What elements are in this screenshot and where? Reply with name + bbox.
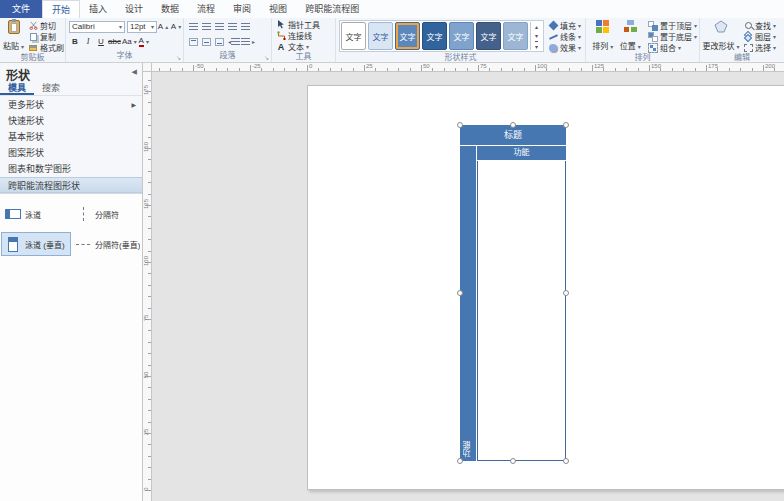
bold-button[interactable]: B xyxy=(69,36,81,48)
change-case-button[interactable]: Aa▾ xyxy=(122,36,137,48)
align-middle-button[interactable] xyxy=(200,36,212,48)
shape-style-swatch[interactable]: 文字 xyxy=(395,22,420,50)
tab-data[interactable]: 数据 xyxy=(152,0,188,18)
paragraph-dialog-launcher[interactable]: ↘ xyxy=(264,54,269,61)
tab-design[interactable]: 设计 xyxy=(116,0,152,18)
tab-view[interactable]: 视图 xyxy=(260,0,296,18)
shape-style-swatch[interactable]: 文字 xyxy=(449,22,474,50)
stencil-shape-separator[interactable]: 分隔符 xyxy=(71,202,141,226)
paste-button[interactable]: 粘贴▾ xyxy=(3,20,24,52)
shape-style-swatch[interactable]: 文字 xyxy=(422,22,447,50)
shape-style-swatch[interactable]: 文字 xyxy=(368,22,393,50)
dropdown-arrow-icon: ▾ xyxy=(694,33,697,40)
group-label-clipboard: 剪贴板 xyxy=(0,53,65,63)
layers-button[interactable]: 图层▾ xyxy=(742,31,776,42)
selection-handle[interactable] xyxy=(563,290,569,296)
align-top-button[interactable] xyxy=(187,36,199,48)
font-size-combo[interactable]: 12pt▾ xyxy=(127,21,157,33)
swimlane-shape[interactable]: 标题 功能 功能 xyxy=(460,125,566,461)
swimlane-side-band[interactable]: 功能 xyxy=(460,146,476,461)
tab-cross-functional-flowchart[interactable]: 跨职能流程图 xyxy=(296,0,368,18)
shrink-font-button[interactable]: A▾ xyxy=(170,21,182,33)
selection-handle[interactable] xyxy=(457,458,463,464)
stencil-shape-swimlane[interactable]: 泳道 xyxy=(1,202,71,226)
connector-tool-button[interactable]: 连接线 xyxy=(275,30,312,41)
pointer-tool-button[interactable]: 指针工具 xyxy=(275,19,320,30)
font-color-button[interactable]: A▾ xyxy=(138,36,150,48)
copy-button[interactable]: 复制 xyxy=(27,31,64,42)
italic-button[interactable]: I xyxy=(82,36,94,48)
gallery-scroll-down-icon[interactable]: ▾ xyxy=(531,31,542,40)
shape-style-swatch[interactable]: 文字 xyxy=(476,22,501,50)
collapse-panel-icon[interactable]: ◀ xyxy=(132,68,137,76)
category-more-shapes[interactable]: 更多形状▶ xyxy=(0,97,142,113)
change-shape-button[interactable]: 更改形状▾ xyxy=(703,20,739,52)
gallery-more-icon[interactable]: ▾ xyxy=(531,41,542,50)
cut-button[interactable]: 剪切 xyxy=(27,20,64,31)
bring-to-front-icon xyxy=(647,21,659,31)
tab-home[interactable]: 开始 xyxy=(42,0,80,18)
tab-search[interactable]: 搜索 xyxy=(34,81,68,95)
category-basic-shapes[interactable]: 基本形状 xyxy=(0,129,142,145)
dropdown-arrow-icon: ▾ xyxy=(638,44,641,50)
effects-button[interactable]: 效果▾ xyxy=(547,42,581,53)
group-label-paragraph: 段落 xyxy=(184,51,271,62)
tab-process[interactable]: 流程 xyxy=(188,0,224,18)
send-to-back-button[interactable]: 置于底层▾ xyxy=(647,31,697,42)
group-button[interactable]: 组合▾ xyxy=(647,42,697,53)
increase-indent-button[interactable]: ▸ xyxy=(241,36,255,48)
category-quick-shapes[interactable]: 快速形状 xyxy=(0,113,142,129)
line-button[interactable]: 线条▾ xyxy=(547,31,581,42)
stencil-shape-swimlane-vertical[interactable]: 泳道 (垂直) xyxy=(1,232,71,256)
pointer-tool-icon xyxy=(275,20,287,29)
category-cross-functional-flowchart-shapes[interactable]: 跨职能流程图形状 xyxy=(0,177,142,193)
group-label-arrange: 排列 xyxy=(586,53,699,63)
drawing-canvas[interactable]: 标题 功能 功能 xyxy=(152,72,784,501)
selection-handle[interactable] xyxy=(510,122,516,128)
tab-stencils[interactable]: 模具 xyxy=(0,81,34,95)
tab-review[interactable]: 审阅 xyxy=(224,0,260,18)
swimlane-side-label: 功能 xyxy=(462,441,473,457)
dropdown-arrow-icon: ▾ xyxy=(773,44,776,51)
align-right-button[interactable] xyxy=(226,21,238,33)
fill-button[interactable]: 填充▾ xyxy=(547,20,581,31)
align-center-button[interactable] xyxy=(213,21,225,33)
cut-icon xyxy=(27,21,39,30)
find-button[interactable]: 查找▾ xyxy=(742,20,776,31)
swimlane-lane-header[interactable]: 功能 xyxy=(477,146,566,160)
font-family-combo[interactable]: Calibri▾ xyxy=(69,21,125,33)
selection-handle[interactable] xyxy=(510,458,516,464)
tab-file[interactable]: 文件 xyxy=(0,0,42,18)
grow-font-button[interactable]: A▴ xyxy=(157,21,169,33)
text-tool-icon: A xyxy=(275,42,287,52)
swimlane-lane-body[interactable] xyxy=(477,161,566,461)
bullets-button[interactable] xyxy=(187,21,199,33)
justify-button[interactable] xyxy=(239,21,251,33)
align-button[interactable]: 排列▾ xyxy=(589,20,616,52)
selection-handle[interactable] xyxy=(457,122,463,128)
align-left-button[interactable] xyxy=(200,21,212,33)
format-painter-button[interactable]: 格式刷 xyxy=(27,42,64,53)
selection-handle[interactable] xyxy=(563,122,569,128)
stencil-shape-separator-vertical[interactable]: 分隔符(垂直) xyxy=(71,232,141,256)
gallery-scroll-up-icon[interactable]: ▴ xyxy=(531,22,542,31)
select-button[interactable]: 选择▾ xyxy=(742,42,776,53)
shape-style-swatch[interactable]: 文字 xyxy=(341,22,366,50)
position-button[interactable]: 位置▾ xyxy=(616,20,643,52)
vertical-ruler: 1751501251007550250 xyxy=(143,72,152,501)
swimlane-title-bar[interactable]: 标题 xyxy=(460,125,566,145)
shape-style-swatch[interactable]: 文字 xyxy=(503,22,528,50)
strikethrough-button[interactable]: abc xyxy=(108,36,121,48)
drawing-page[interactable]: 标题 功能 功能 xyxy=(307,85,784,490)
text-tool-button[interactable]: A 文本▾ xyxy=(275,41,309,52)
font-dialog-launcher[interactable]: ↘ xyxy=(176,54,181,61)
category-charting-math-shapes[interactable]: 图表和数学图形 xyxy=(0,161,142,177)
category-pattern-shapes[interactable]: 图案形状 xyxy=(0,145,142,161)
bring-to-front-button[interactable]: 置于顶层▾ xyxy=(647,20,697,31)
selection-handle[interactable] xyxy=(457,290,463,296)
decrease-indent-button[interactable]: ◂ xyxy=(226,36,240,48)
underline-button[interactable]: U xyxy=(95,36,107,48)
tab-insert[interactable]: 插入 xyxy=(80,0,116,18)
align-bottom-button[interactable] xyxy=(213,36,225,48)
selection-handle[interactable] xyxy=(563,458,569,464)
